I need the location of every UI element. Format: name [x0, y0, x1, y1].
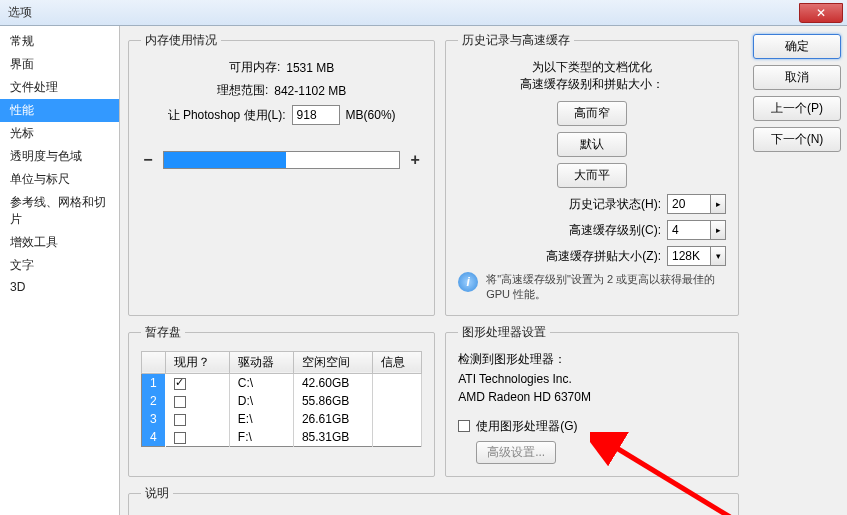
memory-input[interactable]: 918 — [292, 105, 340, 125]
default-button[interactable]: 默认 — [557, 132, 627, 157]
free-space-cell: 42.60GB — [293, 373, 372, 392]
slider-plus-icon[interactable]: + — [408, 151, 422, 169]
description-group: 说明 分配给 Photoshop 的内存量。更改将在下一次启动 Photosho… — [128, 485, 739, 515]
available-mem-value: 1531 MB — [286, 61, 334, 75]
row-index: 2 — [142, 392, 166, 410]
table-row[interactable]: 4F:\85.31GB — [142, 428, 422, 447]
cache-levels-label: 高速缓存级别(C): — [569, 222, 661, 239]
sidebar-item[interactable]: 界面 — [0, 53, 119, 76]
gpu-device: AMD Radeon HD 6370M — [458, 390, 726, 404]
row-index: 1 — [142, 373, 166, 392]
scratch-disk-table: 现用？ 驱动器 空闲空间 信息 1C:\42.60GB2D:\55.86GB3E… — [141, 351, 422, 447]
sidebar-item[interactable]: 文字 — [0, 254, 119, 277]
history-states-input[interactable]: 20 — [667, 194, 711, 214]
description-legend: 说明 — [141, 485, 173, 502]
info-cell — [372, 392, 422, 410]
active-cell[interactable] — [165, 428, 229, 447]
sidebar-item[interactable]: 透明度与色域 — [0, 145, 119, 168]
free-space-cell: 55.86GB — [293, 392, 372, 410]
info-cell — [372, 410, 422, 428]
optimize-line1: 为以下类型的文档优化 — [458, 59, 726, 76]
available-mem-label: 可用内存: — [229, 59, 280, 76]
scratch-disks-group: 暂存盘 现用？ 驱动器 空闲空间 信息 1C:\42.60GB2D:\55.86… — [128, 324, 435, 477]
sidebar-item[interactable]: 参考线、网格和切片 — [0, 191, 119, 231]
sidebar-item[interactable]: 增效工具 — [0, 231, 119, 254]
sidebar-item[interactable]: 性能 — [0, 99, 119, 122]
dialog-buttons: 确定 取消 上一个(P) 下一个(N) — [747, 26, 847, 515]
cache-tile-size-select[interactable]: 128K — [667, 246, 711, 266]
cancel-button[interactable]: 取消 — [753, 65, 841, 90]
stepper-icon[interactable]: ▸ — [710, 220, 726, 240]
tall-thin-button[interactable]: 高而窄 — [557, 101, 627, 126]
active-checkbox[interactable] — [174, 378, 186, 390]
active-checkbox[interactable] — [174, 414, 186, 426]
ideal-range-value: 842-1102 MB — [274, 84, 346, 98]
memory-group: 内存使用情况 可用内存: 1531 MB 理想范围: 842-1102 MB 让… — [128, 32, 435, 316]
history-cache-legend: 历史记录与高速缓存 — [458, 32, 574, 49]
sidebar-item[interactable]: 单位与标尺 — [0, 168, 119, 191]
history-cache-group: 历史记录与高速缓存 为以下类型的文档优化 高速缓存级别和拼贴大小： 高而窄 默认… — [445, 32, 739, 316]
sidebar-item[interactable]: 文件处理 — [0, 76, 119, 99]
next-button[interactable]: 下一个(N) — [753, 127, 841, 152]
big-flat-button[interactable]: 大而平 — [557, 163, 627, 188]
drive-cell: D:\ — [229, 392, 293, 410]
ideal-range-label: 理想范围: — [217, 82, 268, 99]
use-gpu-checkbox[interactable] — [458, 420, 470, 432]
close-button[interactable]: ✕ — [799, 3, 843, 23]
col-active: 现用？ — [165, 351, 229, 373]
dropdown-icon[interactable]: ▾ — [710, 246, 726, 266]
col-drive: 驱动器 — [229, 351, 293, 373]
free-space-cell: 85.31GB — [293, 428, 372, 447]
active-cell[interactable] — [165, 392, 229, 410]
slider-minus-icon[interactable]: − — [141, 151, 155, 169]
free-space-cell: 26.61GB — [293, 410, 372, 428]
gpu-settings-group: 图形处理器设置 检测到图形处理器： ATI Technologies Inc. … — [445, 324, 739, 477]
prev-button[interactable]: 上一个(P) — [753, 96, 841, 121]
table-row[interactable]: 3E:\26.61GB — [142, 410, 422, 428]
slider-fill — [164, 152, 286, 168]
row-index: 3 — [142, 410, 166, 428]
ok-button[interactable]: 确定 — [753, 34, 841, 59]
advanced-settings-button[interactable]: 高级设置... — [476, 441, 556, 464]
close-icon: ✕ — [816, 6, 826, 20]
cache-hint-text: 将"高速缓存级别"设置为 2 或更高以获得最佳的 GPU 性能。 — [486, 272, 726, 303]
content-pane: 内存使用情况 可用内存: 1531 MB 理想范围: 842-1102 MB 让… — [120, 26, 747, 515]
stepper-icon[interactable]: ▸ — [710, 194, 726, 214]
row-index: 4 — [142, 428, 166, 447]
col-info: 信息 — [372, 351, 422, 373]
cache-levels-input[interactable]: 4 — [667, 220, 711, 240]
active-cell[interactable] — [165, 410, 229, 428]
memory-slider[interactable] — [163, 151, 400, 169]
memory-unit: MB(60%) — [346, 108, 396, 122]
table-row[interactable]: 2D:\55.86GB — [142, 392, 422, 410]
active-cell[interactable] — [165, 373, 229, 392]
title-bar: 选项 ✕ — [0, 0, 847, 26]
drive-cell: F:\ — [229, 428, 293, 447]
table-row[interactable]: 1C:\42.60GB — [142, 373, 422, 392]
memory-legend: 内存使用情况 — [141, 32, 221, 49]
active-checkbox[interactable] — [174, 432, 186, 444]
info-cell — [372, 373, 422, 392]
gpu-detected-label: 检测到图形处理器： — [458, 351, 726, 368]
drive-cell: C:\ — [229, 373, 293, 392]
gpu-settings-legend: 图形处理器设置 — [458, 324, 550, 341]
main-area: 常规界面文件处理性能光标透明度与色域单位与标尺参考线、网格和切片增效工具文字3D… — [0, 26, 847, 515]
let-ps-use-label: 让 Photoshop 使用(L): — [168, 107, 286, 124]
drive-cell: E:\ — [229, 410, 293, 428]
window-title: 选项 — [8, 4, 32, 21]
sidebar: 常规界面文件处理性能光标透明度与色域单位与标尺参考线、网格和切片增效工具文字3D — [0, 26, 120, 515]
history-states-label: 历史记录状态(H): — [569, 196, 661, 213]
sidebar-item[interactable]: 3D — [0, 277, 119, 297]
sidebar-item[interactable]: 光标 — [0, 122, 119, 145]
cache-tile-size-label: 高速缓存拼贴大小(Z): — [546, 248, 661, 265]
active-checkbox[interactable] — [174, 396, 186, 408]
optimize-line2: 高速缓存级别和拼贴大小： — [458, 76, 726, 93]
info-icon: i — [458, 272, 478, 292]
info-cell — [372, 428, 422, 447]
sidebar-item[interactable]: 常规 — [0, 30, 119, 53]
use-gpu-label: 使用图形处理器(G) — [476, 418, 577, 435]
scratch-disks-legend: 暂存盘 — [141, 324, 185, 341]
col-free: 空闲空间 — [293, 351, 372, 373]
gpu-vendor: ATI Technologies Inc. — [458, 372, 726, 386]
